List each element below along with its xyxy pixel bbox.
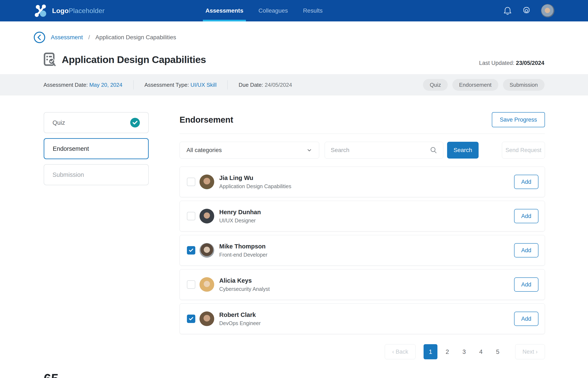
person-name: Robert Clark (219, 311, 261, 318)
main-nav: Assessments Colleagues Results (205, 0, 322, 21)
due-date-field: Due Date: 24/05/2024 (239, 82, 292, 88)
user-avatar[interactable] (541, 4, 554, 17)
breadcrumb-link-assessment[interactable]: Assessment (51, 34, 83, 41)
step-submission[interactable]: Submission (44, 164, 149, 185)
divider (227, 80, 228, 89)
person-avatar (200, 243, 214, 258)
add-button[interactable]: Add (514, 277, 538, 292)
search-button[interactable]: Search (447, 142, 479, 159)
nav-item-assessments[interactable]: Assessments (205, 0, 243, 21)
logo-wordmark: LogoPlaceholder (52, 7, 105, 15)
person-row: Mike Thompson Front-end Developer Add (180, 235, 545, 266)
last-updated: Last Updated: 23/05/2024 (479, 60, 544, 66)
person-checkbox[interactable] (187, 315, 195, 323)
logo-icon (34, 4, 47, 18)
title-row: Application Design Capabilities Last Upd… (0, 53, 588, 66)
tag-endorsement: Endorsement (452, 79, 498, 91)
person-row: Jia Ling Wu Application Design Capabilit… (180, 166, 545, 197)
breadcrumb: Assessment / Application Design Capabili… (0, 31, 588, 43)
category-select[interactable]: All categories (180, 142, 319, 159)
send-request-button[interactable]: Send Request (502, 142, 545, 159)
person-role: Front-end Developer (219, 252, 267, 258)
person-avatar (200, 209, 214, 223)
gear-icon[interactable] (522, 6, 531, 15)
people-list: Jia Ling Wu Application Design Capabilit… (180, 166, 545, 334)
breadcrumb-current: Application Design Capabilities (95, 34, 176, 41)
person-role: Application Design Capabilities (219, 183, 291, 189)
page-title: Application Design Capabilities (62, 54, 206, 65)
pagination-next-button[interactable]: Next › (515, 344, 545, 359)
divider (133, 80, 134, 89)
step-endorsement[interactable]: Endorsement (44, 138, 149, 159)
person-name: Mike Thompson (219, 243, 267, 250)
step-submission-label: Submission (53, 171, 84, 178)
assessment-type-field: Assessment Type: UI/UX Skill (145, 82, 216, 88)
person-name: Alicia Keys (219, 277, 270, 284)
person-role: UI/UX Designer (219, 217, 261, 224)
top-navbar: LogoPlaceholder Assessments Colleagues R… (0, 0, 588, 21)
step-quiz[interactable]: Quiz (44, 112, 149, 133)
chevron-down-icon (306, 147, 312, 153)
person-role: Cybersecurity Analyst (219, 286, 270, 292)
assessment-meta-bar: Assessment Date: May 20, 2024 Assessment… (0, 74, 588, 95)
add-button[interactable]: Add (514, 243, 538, 257)
pagination-back-button[interactable]: ‹ Back (385, 344, 415, 359)
page-number-3[interactable]: 3 (457, 344, 471, 359)
search-input[interactable] (331, 147, 430, 153)
person-checkbox[interactable] (187, 212, 195, 220)
back-arrow-icon[interactable] (34, 31, 45, 43)
person-checkbox[interactable] (187, 178, 195, 186)
person-name: Henry Dunhan (219, 209, 261, 216)
page-number-2[interactable]: 2 (440, 344, 454, 359)
nav-item-colleagues[interactable]: Colleagues (258, 0, 288, 21)
tag-submission: Submission (503, 79, 545, 91)
person-role: DevOps Engineer (219, 320, 261, 326)
page-number-1[interactable]: 1 (424, 344, 437, 359)
tag-quiz: Quiz (423, 79, 448, 91)
completed-check-icon (130, 118, 140, 127)
breadcrumb-separator: / (88, 34, 90, 41)
add-button[interactable]: Add (514, 312, 538, 326)
save-progress-button[interactable]: Save Progress (492, 112, 545, 127)
steps-sidebar: Quiz Endorsement Submission (44, 112, 149, 190)
bell-icon[interactable] (503, 6, 512, 15)
divider (180, 134, 545, 134)
person-checkbox[interactable] (187, 246, 195, 255)
step-endorsement-label: Endorsement (53, 145, 89, 152)
person-avatar (200, 175, 214, 189)
page-number-5[interactable]: 5 (491, 344, 505, 359)
progress-percent: 65% (0, 371, 588, 378)
brand: LogoPlaceholder (34, 4, 105, 18)
add-button[interactable]: Add (514, 175, 538, 189)
assessment-date-field: Assessment Date: May 20, 2024 (43, 82, 122, 88)
search-field[interactable] (325, 142, 443, 159)
person-checkbox[interactable] (187, 280, 195, 289)
pagination: ‹ Back 1 2 3 4 5 Next › (180, 344, 545, 359)
person-avatar (200, 311, 214, 326)
page-number-4[interactable]: 4 (474, 344, 488, 359)
person-row: Robert Clark DevOps Engineer Add (180, 303, 545, 334)
section-title: Endorsement (180, 115, 233, 124)
person-avatar (200, 277, 214, 292)
step-quiz-label: Quiz (53, 119, 65, 126)
search-icon (430, 146, 437, 154)
person-row: Henry Dunhan UI/UX Designer Add (180, 201, 545, 231)
person-name: Jia Ling Wu (219, 175, 291, 181)
nav-item-results[interactable]: Results (303, 0, 322, 21)
add-button[interactable]: Add (514, 209, 538, 223)
category-select-value: All categories (187, 147, 222, 153)
assessment-doc-icon (44, 53, 56, 66)
person-row: Alicia Keys Cybersecurity Analyst Add (180, 269, 545, 300)
